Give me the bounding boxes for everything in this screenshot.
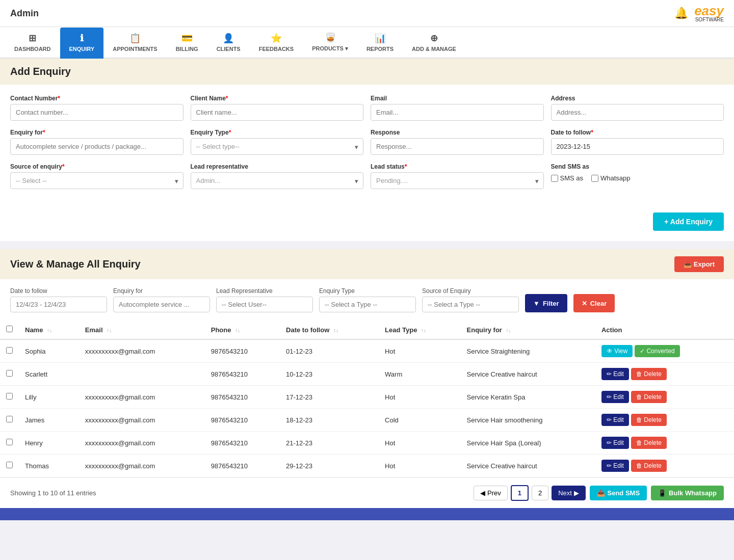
nav-products[interactable]: 🥃 PRODUCTS ▾ bbox=[303, 27, 357, 59]
table-header-row: Name ↑↓ Email ↑↓ Phone ↑↓ Date to follow… bbox=[0, 321, 734, 339]
add-enquiry-header: Add Enquiry bbox=[0, 59, 734, 85]
client-name-input[interactable] bbox=[191, 104, 364, 121]
edit-button[interactable]: ✏ Edit bbox=[601, 391, 629, 403]
nav-clients[interactable]: 👤 CLIENTS bbox=[207, 28, 250, 59]
enquiry-type-select[interactable]: -- Select type-- bbox=[191, 138, 364, 155]
enquiry-for-filter-input[interactable] bbox=[113, 297, 210, 312]
prev-button[interactable]: ◀ Prev bbox=[474, 486, 507, 500]
response-label: Response bbox=[371, 129, 544, 136]
nav-billing[interactable]: 💳 BILLING bbox=[167, 28, 207, 59]
send-sms-group: Send SMS as SMS as Whatsapp bbox=[551, 163, 724, 189]
source-filter-group: Source of Enquiry bbox=[422, 287, 519, 312]
sms-as-checkbox[interactable] bbox=[551, 175, 558, 182]
converted-button[interactable]: ✓ Converted bbox=[635, 345, 680, 357]
header-select-all[interactable] bbox=[0, 321, 19, 339]
row-phone: 9876543210 bbox=[205, 409, 280, 432]
row-checkbox[interactable] bbox=[6, 416, 13, 422]
row-lead-type: Cold bbox=[379, 409, 461, 432]
row-checkbox[interactable] bbox=[6, 347, 13, 354]
row-checkbox-cell[interactable] bbox=[0, 432, 19, 455]
enquiry-for-input[interactable] bbox=[10, 138, 184, 155]
edit-button[interactable]: ✏ Edit bbox=[601, 437, 629, 449]
top-bar: Admin 🔔 easy SOFTWARE bbox=[0, 0, 734, 27]
contact-number-input[interactable] bbox=[10, 104, 184, 121]
filter-button[interactable]: ▼ Filter bbox=[525, 294, 567, 312]
address-label: Address bbox=[551, 95, 724, 102]
table-row: Sophia xxxxxxxxxx@gmail.com 9876543210 0… bbox=[0, 339, 734, 363]
row-checkbox[interactable] bbox=[6, 462, 13, 468]
row-phone: 9876543210 bbox=[205, 455, 280, 477]
edit-button[interactable]: ✏ Edit bbox=[601, 368, 629, 380]
delete-button[interactable]: 🗑 Delete bbox=[631, 460, 667, 472]
enquiry-type-filter-input[interactable] bbox=[319, 297, 416, 312]
send-sms-label: Send SMS as bbox=[551, 163, 589, 170]
col-lead-type[interactable]: Lead Type ↑↓ bbox=[379, 321, 461, 339]
row-checkbox-cell[interactable] bbox=[0, 363, 19, 386]
row-checkbox[interactable] bbox=[6, 393, 13, 399]
date-filter-input[interactable] bbox=[10, 297, 107, 312]
clear-icon: ✕ bbox=[582, 300, 587, 307]
row-checkbox[interactable] bbox=[6, 370, 13, 377]
form-row-3: Source of enquiry* -- Select -- Lead rep… bbox=[10, 163, 724, 189]
delete-button[interactable]: 🗑 Delete bbox=[631, 391, 667, 403]
edit-button[interactable]: ✏ Edit bbox=[601, 460, 629, 472]
row-lead-type: Hot bbox=[379, 455, 461, 477]
next-button[interactable]: Next ▶ bbox=[552, 486, 585, 500]
lead-rep-filter-input[interactable] bbox=[216, 297, 313, 312]
col-email[interactable]: Email ↑↓ bbox=[79, 321, 205, 339]
col-action: Action bbox=[595, 321, 734, 339]
response-input[interactable] bbox=[371, 138, 544, 155]
enquiry-type-filter-group: Enquiry Type bbox=[319, 287, 416, 312]
enquiry-table-container: Name ↑↓ Email ↑↓ Phone ↑↓ Date to follow… bbox=[0, 321, 734, 477]
nav-appointments[interactable]: 📋 APPOINTMENTS bbox=[103, 28, 166, 59]
nav-reports[interactable]: 📊 REPORTS bbox=[357, 28, 403, 59]
row-checkbox-cell[interactable] bbox=[0, 339, 19, 363]
row-action: ✏ Edit 🗑 Delete bbox=[595, 409, 734, 432]
row-checkbox-cell[interactable] bbox=[0, 455, 19, 477]
col-phone[interactable]: Phone ↑↓ bbox=[205, 321, 280, 339]
lead-rep-filter-group: Lead Representative bbox=[216, 287, 313, 312]
nav-enquiry[interactable]: ℹ ENQUIRY bbox=[60, 28, 104, 59]
sms-as-checkbox-label[interactable]: SMS as bbox=[551, 174, 584, 182]
select-all-checkbox[interactable] bbox=[6, 326, 13, 332]
email-input[interactable] bbox=[371, 104, 544, 121]
notification-bell-icon[interactable]: 🔔 bbox=[674, 7, 688, 20]
edit-button[interactable]: ✏ Edit bbox=[601, 414, 629, 426]
col-name[interactable]: Name ↑↓ bbox=[19, 321, 79, 339]
whatsapp-checkbox[interactable] bbox=[591, 175, 598, 182]
export-button[interactable]: 📥 Export bbox=[674, 256, 724, 272]
nav-dashboard[interactable]: ⊞ DASHBOARD bbox=[5, 28, 60, 59]
row-date: 17-12-23 bbox=[280, 386, 379, 409]
row-checkbox[interactable] bbox=[6, 439, 13, 445]
whatsapp-checkbox-label[interactable]: Whatsapp bbox=[591, 174, 631, 182]
row-email: xxxxxxxxxx@gmail.com bbox=[79, 432, 205, 455]
page-1-button[interactable]: 1 bbox=[511, 485, 529, 501]
delete-button[interactable]: 🗑 Delete bbox=[631, 414, 667, 426]
nav-feedbacks[interactable]: ⭐ FEEDBACKS bbox=[250, 28, 303, 59]
delete-button[interactable]: 🗑 Delete bbox=[631, 368, 667, 380]
col-enquiry-for[interactable]: Enquiry for ↑↓ bbox=[461, 321, 595, 339]
delete-button[interactable]: 🗑 Delete bbox=[631, 437, 667, 449]
date-to-follow-input[interactable] bbox=[551, 138, 724, 155]
lead-rep-group: Lead representative Admin... bbox=[191, 163, 364, 189]
bulk-whatsapp-button[interactable]: 📱 Bulk Whatsapp bbox=[651, 486, 724, 500]
source-filter-input[interactable] bbox=[422, 297, 519, 312]
address-input[interactable] bbox=[551, 104, 724, 121]
nav-add-manage[interactable]: ⊕ ADD & MANAGE bbox=[403, 28, 465, 59]
pagination-row: Showing 1 to 10 of 11 entries ◀ Prev 1 2… bbox=[0, 477, 734, 508]
lead-rep-select[interactable]: Admin... bbox=[191, 172, 364, 189]
billing-icon: 💳 bbox=[181, 33, 193, 44]
add-enquiry-button[interactable]: + Add Enquiry bbox=[653, 212, 724, 231]
clear-button[interactable]: ✕ Clear bbox=[573, 294, 615, 312]
col-date[interactable]: Date to follow ↑↓ bbox=[280, 321, 379, 339]
row-checkbox-cell[interactable] bbox=[0, 409, 19, 432]
row-checkbox-cell[interactable] bbox=[0, 386, 19, 409]
row-action: ✏ Edit 🗑 Delete bbox=[595, 455, 734, 477]
enquiry-for-label: Enquiry for* bbox=[10, 129, 184, 136]
source-enquiry-select[interactable]: -- Select -- bbox=[10, 172, 184, 189]
send-sms-button[interactable]: 📤 Send SMS bbox=[590, 486, 647, 500]
row-action: ✏ Edit 🗑 Delete bbox=[595, 432, 734, 455]
lead-status-select[interactable]: Pending.... bbox=[371, 172, 544, 189]
view-button[interactable]: 👁 View bbox=[601, 345, 633, 357]
page-2-button[interactable]: 2 bbox=[532, 486, 548, 500]
